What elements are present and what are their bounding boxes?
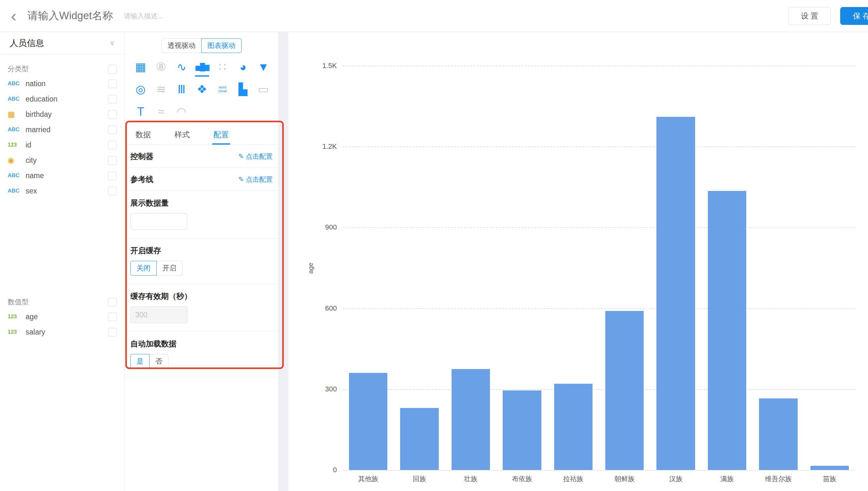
iframe-icon[interactable]: ▭ (253, 81, 274, 98)
save-button[interactable]: 保 存 (840, 7, 868, 25)
back-button[interactable]: ‹ (0, 0, 27, 32)
field-label: city (26, 156, 108, 165)
gauge-chart-icon[interactable]: ◠ (171, 103, 192, 121)
scatter-chart-icon[interactable]: ∷ (212, 58, 233, 76)
tab-config[interactable]: 配置 (212, 125, 230, 145)
y-tick-label: 600 (325, 304, 337, 313)
bar-band: 拉祜族 (548, 66, 599, 470)
field-row[interactable]: ABCmarried (0, 122, 124, 137)
x-axis-label: 苗族 (804, 474, 855, 483)
bar-band: 维吾尔族 (753, 66, 804, 470)
field-row[interactable]: ABCname (0, 168, 124, 183)
field-checkbox[interactable] (108, 141, 117, 149)
chart-area: age 03006009001.2K1.5K其他族回族壮族布依族拉祜族朝鲜族汉族… (288, 32, 868, 491)
bar[interactable] (400, 408, 438, 470)
funnel-chart-icon[interactable]: ▼ (253, 58, 274, 76)
bar-chart-icon[interactable]: ▅█▆ (192, 58, 212, 76)
dataset-header[interactable]: 人员信息 ∨ (0, 32, 124, 54)
section-checkbox[interactable] (108, 298, 117, 307)
x-axis-label: 满族 (702, 474, 753, 483)
pivot-drive-button[interactable]: 透视驱动 (161, 38, 202, 53)
field-checkbox[interactable] (108, 328, 117, 337)
autoload-option[interactable]: 是 (130, 354, 150, 369)
field-row[interactable]: ◉city (0, 153, 124, 168)
field-row[interactable]: ABCeducation (0, 91, 124, 107)
field-sections: 分类型ABCnationABCeducation▦birthdayABCmarr… (0, 54, 124, 340)
field-label: sex (26, 187, 108, 195)
field-checkbox[interactable] (108, 187, 117, 195)
bar[interactable] (708, 191, 746, 470)
abc-field-icon: ABC (8, 81, 26, 87)
field-row[interactable]: 123age (0, 309, 124, 324)
field-checkbox[interactable] (108, 171, 117, 180)
bar[interactable] (554, 384, 593, 470)
bar[interactable] (811, 466, 849, 470)
field-label: birthday (26, 110, 108, 119)
chart-type-grid: ▦⑧∿▅█▆∷◕▼◎≋Ⅲ❖word cloud▙▭T≈◠ (130, 58, 278, 121)
y-tick-label: 900 (325, 223, 337, 231)
y-tick-label: 1.5K (323, 62, 337, 70)
field-checkbox[interactable] (108, 125, 117, 134)
bar[interactable] (656, 117, 695, 470)
bar[interactable] (452, 369, 490, 470)
field-checkbox[interactable] (108, 313, 117, 321)
reference-line-configure-link[interactable]: ✎ 点击配置 (238, 175, 273, 184)
bar[interactable] (349, 373, 387, 470)
plot-area: 03006009001.2K1.5K其他族回族壮族布依族拉祜族朝鲜族汉族满族维吾… (343, 66, 855, 470)
waterfall-chart-icon[interactable]: ▙ (233, 81, 253, 98)
field-checkbox[interactable] (108, 156, 117, 165)
bar-band: 其他族 (343, 66, 394, 470)
cache-option[interactable]: 开启 (156, 261, 183, 276)
table-chart-icon[interactable]: ▦ (130, 58, 151, 76)
bar[interactable] (503, 391, 541, 470)
china-map-icon[interactable]: ❖ (192, 81, 212, 98)
tab-style[interactable]: 样式 (173, 125, 191, 145)
parallel-chart-icon[interactable]: Ⅲ (171, 81, 192, 98)
bar-band: 满族 (702, 66, 753, 470)
y-tick-label: 0 (333, 466, 337, 474)
field-checkbox[interactable] (108, 80, 117, 88)
field-checkbox[interactable] (108, 95, 117, 104)
autoload-option[interactable]: 否 (149, 354, 168, 369)
field-checkbox[interactable] (108, 110, 117, 119)
sankey-chart-icon[interactable]: ≋ (151, 81, 171, 98)
number-field-icon: 123 (8, 314, 26, 320)
cache-option[interactable]: 关闭 (130, 261, 157, 276)
double-axis-chart-icon[interactable]: ≈ (151, 103, 171, 121)
controller-label: 控制器 (130, 151, 154, 162)
chart-drive-button[interactable]: 图表驱动 (201, 38, 242, 53)
field-row[interactable]: 123salary (0, 324, 124, 340)
controller-configure-label: 点击配置 (246, 152, 273, 161)
widget-desc-input[interactable]: 请输入描述... (124, 11, 163, 21)
bar[interactable] (605, 311, 644, 470)
x-axis-label: 其他族 (343, 474, 394, 483)
radar-chart-icon[interactable]: ◎ (130, 81, 151, 98)
pie-chart-icon[interactable]: ◕ (233, 58, 253, 76)
abc-field-icon: ABC (8, 126, 26, 133)
widget-name-input[interactable]: 请输入Widget名称 (27, 9, 113, 23)
section-title-row: 分类型 (0, 62, 124, 76)
x-axis-label: 拉祜族 (548, 474, 599, 483)
controller-configure-link[interactable]: ✎ 点击配置 (238, 152, 273, 161)
field-row[interactable]: ABCsex (0, 183, 124, 199)
wordcloud-chart-icon[interactable]: word cloud (212, 81, 233, 98)
richtext-icon[interactable]: T (130, 103, 151, 121)
bar[interactable] (759, 398, 797, 470)
autoload-toggle: 是否 (130, 354, 168, 369)
field-row[interactable]: ▦birthday (0, 107, 124, 122)
reference-line-configure-label: 点击配置 (246, 175, 273, 184)
cache-ttl-row: 缓存有效期（秒） (125, 284, 278, 332)
section-checkbox[interactable] (108, 65, 117, 74)
scorecard-icon[interactable]: ⑧ (151, 58, 171, 76)
x-axis-label: 回族 (394, 474, 445, 483)
tab-data[interactable]: 数据 (134, 125, 152, 145)
cache-ttl-input[interactable] (130, 307, 187, 323)
field-row[interactable]: ABCnation (0, 76, 124, 91)
display-count-input[interactable] (130, 213, 187, 230)
cache-row: 开启缓存 关闭开启 (125, 238, 278, 284)
config-panel: 透视驱动图表驱动 ▦⑧∿▅█▆∷◕▼◎≋Ⅲ❖word cloud▙▭T≈◠ 数据… (125, 32, 279, 491)
line-chart-icon[interactable]: ∿ (171, 58, 192, 76)
field-row[interactable]: 123id (0, 137, 124, 153)
settings-button[interactable]: 设 置 (788, 7, 831, 25)
bar-band: 汉族 (650, 66, 701, 470)
